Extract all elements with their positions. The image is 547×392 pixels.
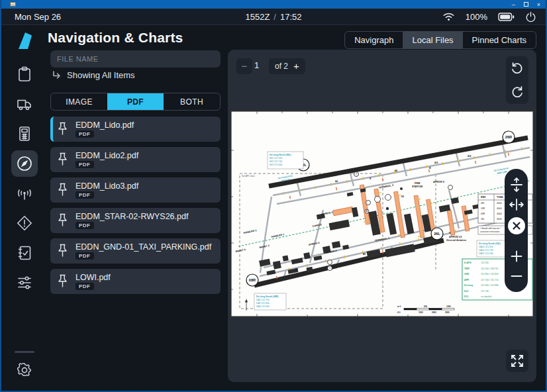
gear-icon [16, 362, 33, 379]
showing-all-items-label: Showing All Items [67, 70, 135, 80]
rotate-cw-button[interactable] [509, 84, 525, 100]
fit-width-button[interactable] [507, 195, 526, 214]
svg-text:1000: 1000 [419, 311, 423, 314]
svg-text:A12: A12 [468, 155, 472, 158]
file-list-item[interactable]: EDDM_Lido.pdfPDF [50, 117, 221, 142]
antenna-icon [16, 185, 33, 202]
window-maximize-button[interactable] [524, 2, 528, 7]
file-type-badge: PDF [75, 222, 94, 229]
file-name: EDDM_Lido2.pdf [75, 151, 138, 160]
app-icon [10, 2, 16, 7]
svg-text:S: S [449, 232, 450, 234]
zoom-in-button[interactable] [507, 247, 526, 266]
chart-source-tabs: Navigraph Local Files Pinned Charts [344, 31, 536, 49]
sliders-icon [16, 274, 33, 291]
svg-text:DA1 121.745: DA1 121.745 [256, 299, 270, 301]
svg-text:De-Icing North (08L): De-Icing North (08L) [270, 154, 291, 156]
file-name-search-input[interactable] [50, 50, 221, 68]
svg-text:D6: D6 [401, 195, 404, 198]
page-decrement-button[interactable]: − [236, 58, 252, 74]
svg-text:DA2 121.660: DA2 121.660 [256, 302, 270, 305]
sidebar-item-settings-sliders[interactable] [16, 274, 33, 291]
compass-icon [16, 155, 33, 172]
tab-pinned-charts[interactable]: Pinned Charts [463, 32, 536, 48]
svg-text:TWR: TWR [464, 268, 470, 270]
svg-text:m 0: m 0 [397, 305, 401, 308]
sidebar-item-settings[interactable] [16, 362, 33, 379]
svg-text:121.730: 121.730 [481, 290, 489, 293]
utc-time: 1552Z [245, 12, 270, 22]
fit-height-button[interactable] [507, 175, 526, 194]
svg-text:via datalink: via datalink [481, 295, 492, 298]
rwy-26l-label: 26L [434, 232, 440, 236]
fit-height-icon [509, 177, 524, 193]
svg-text:STATION: STATION [412, 185, 423, 188]
svg-text:See AFC chart: See AFC chart [242, 175, 255, 177]
svg-text:2000: 2000 [432, 311, 436, 314]
sidebar-item-vehicle[interactable] [16, 95, 33, 113]
svg-text:3000: 3000 [445, 311, 450, 314]
page-increment-button[interactable]: + [293, 59, 299, 74]
filter-image[interactable]: IMAGE [51, 93, 107, 110]
svg-text:• Stands with tow-out /: • Stands with tow-out / [480, 227, 501, 230]
sidebar-item-clipboard[interactable] [16, 66, 33, 83]
tab-navigraph[interactable]: Navigraph [345, 32, 403, 48]
pin-icon [57, 244, 68, 259]
svg-text:500: 500 [424, 305, 427, 308]
file-type-badge: PDF [75, 130, 94, 138]
filter-both[interactable]: BOTH [164, 93, 220, 110]
file-list-item[interactable]: EDDM_Lido2.pdfPDF [50, 147, 221, 172]
svg-text:GND: GND [464, 273, 470, 275]
deice-north-box: De-Icing North (08L) B41 121.590 B42 121… [268, 152, 303, 169]
sidebar-item-calculator[interactable] [16, 125, 33, 142]
file-name: EDDM_Lido.pdf [75, 121, 134, 130]
svg-text:B41 121.590: B41 121.590 [270, 157, 282, 160]
svg-text:DA14 121.740: DA14 121.740 [479, 249, 493, 252]
window-titlebar: – × [0, 0, 547, 9]
svg-text:APRON 5: APRON 5 [432, 181, 445, 183]
chart-preview[interactable]: H 08L 26R 08R 26L 2 1 [230, 111, 534, 317]
rotate-ccw-icon [510, 61, 524, 75]
file-name: LOWI.pdf [75, 273, 111, 282]
sidebar-divider [15, 351, 34, 353]
deice-south-08r-box: De-Icing South (08R) DA1 121.745 DA2 121… [254, 293, 286, 310]
window-minimize-button[interactable]: – [512, 1, 515, 9]
svg-text:B8: B8 [363, 253, 366, 256]
rotate-ccw-button[interactable] [509, 60, 525, 76]
page-total-label: of 2 [275, 62, 288, 71]
zoom-out-button[interactable] [507, 267, 526, 285]
svg-text:A4: A4 [335, 180, 338, 183]
svg-text:127.700 / 121.710: 127.700 / 121.710 [481, 279, 499, 281]
branch-arrow-icon [52, 70, 62, 80]
svg-text:123.130: 123.130 [481, 262, 489, 264]
window-close-button[interactable]: × [537, 1, 540, 9]
checklist-icon [16, 244, 33, 262]
zoom-in-icon [509, 248, 524, 264]
close-preview-button[interactable] [506, 215, 527, 236]
file-list-item[interactable]: EDDM_Lido3.pdfPDF [50, 177, 221, 203]
sidebar-item-alerts[interactable] [16, 215, 33, 232]
showing-all-items-note: Showing All Items [52, 70, 135, 80]
svg-text:B42 121.740: B42 121.740 [270, 160, 282, 163]
file-type-badge: PDF [75, 161, 94, 168]
sidebar-item-navigation-charts[interactable] [16, 155, 33, 172]
svg-text:DA15 121.560: DA15 121.560 [479, 252, 493, 255]
file-name: EDDM_STAR-02-RWYS26.pdf [75, 212, 188, 221]
tab-local-files[interactable]: Local Files [403, 32, 462, 48]
zoom-out-icon [509, 268, 524, 284]
file-list-item[interactable]: LOWI.pdfPDF [50, 269, 221, 294]
svg-text:A8: A8 [395, 170, 397, 172]
rotate-cw-icon [510, 85, 524, 99]
pin-icon [57, 122, 68, 137]
file-list-item[interactable]: EDDM_STAR-02-RWYS26.pdfPDF [50, 208, 221, 233]
page-total-group: of 2 + [269, 58, 305, 74]
sidebar-item-checklist[interactable] [16, 244, 33, 262]
status-bar: Mon Sep 26 1552Z/17:52 100% [0, 9, 547, 25]
fullscreen-button[interactable] [506, 350, 528, 372]
file-name: EDDN_GND-01_TAXI_PARKING.pdf [75, 242, 211, 252]
truck-icon [16, 95, 33, 113]
svg-text:DLV: DLV [464, 290, 469, 293]
sidebar-item-radio[interactable] [16, 185, 33, 202]
filter-pdf[interactable]: PDF [107, 93, 164, 110]
file-list-item[interactable]: EDDN_GND-01_TAXI_PARKING.pdfPDF [50, 238, 221, 264]
